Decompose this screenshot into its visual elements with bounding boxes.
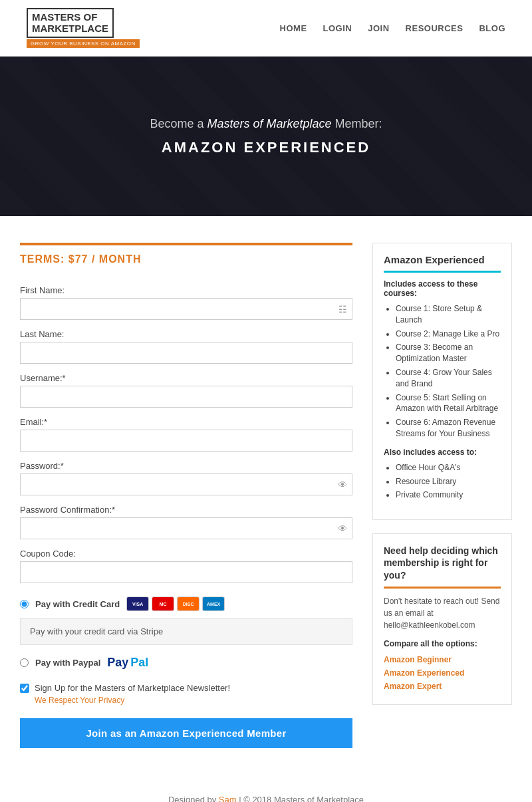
last-name-input[interactable] [20,342,352,364]
eye-confirm-icon: 👁 [338,523,347,534]
first-name-input[interactable] [20,298,352,320]
help-desc: Don't hesitate to reach out! Send us an … [384,595,501,631]
list-item: Amazon Experienced [384,667,501,678]
list-item: Resource Library [396,476,501,487]
also-subtitle: Also includes access to: [384,448,501,457]
hero-section: Become a Masters of Marketplace Member: … [0,57,532,216]
first-name-wrapper: ☷ [20,298,352,320]
nav-home[interactable]: HOME [280,23,307,33]
list-item: Amazon Expert [384,680,501,691]
visa-icon: VISA [126,597,149,611]
newsletter-check: Sign Up for the Masters of Marketplace N… [20,683,352,693]
nav-resources[interactable]: RESOURCES [406,23,464,33]
first-name-group: First Name: ☷ [20,285,352,320]
nav-blog[interactable]: BLOG [479,23,505,33]
amazon-beginner-link[interactable]: Amazon Beginner [384,655,452,664]
email-group: Email:* [20,417,352,452]
paypal-label: Pay with Paypal [35,658,100,668]
logo: MASTERS OF MARKETPLACE GROW YOUR BUSINES… [27,8,140,48]
coupon-group: Coupon Code: [20,549,352,583]
last-name-wrapper [20,342,352,364]
credit-card-radio[interactable] [20,600,29,608]
form-title: TERMS: $77 / MONTH [20,253,352,265]
card-icons: VISA MC DISC AMEX [126,597,225,611]
join-button[interactable]: Join as an Amazon Experienced Member [20,718,352,748]
last-name-group: Last Name: [20,329,352,364]
sidebar-card-title: Amazon Experienced [384,254,501,273]
username-label: Username:* [20,373,352,383]
credit-card-option: Pay with Credit Card VISA MC DISC AMEX [20,597,352,611]
credit-card-label: Pay with Credit Card [35,599,120,609]
list-item: Amazon Beginner [384,654,501,664]
password-group: Password:* 👁 [20,461,352,495]
nav-join[interactable]: JOIN [368,23,389,33]
header: MASTERS OF MARKETPLACE GROW YOUR BUSINES… [0,0,532,57]
mastercard-icon: MC [152,597,174,611]
compare-subtitle: Compare all the options: [384,639,501,648]
list-item: Course 2: Manage Like a Pro [396,329,501,340]
password-input[interactable] [20,473,352,495]
hero-subtitle: Become a Masters of Marketplace Member: [150,117,382,131]
username-input[interactable] [20,386,352,408]
password-confirm-wrapper: 👁 [20,517,352,539]
main-content: TERMS: $77 / MONTH First Name: ☷ Last Na… [7,243,525,748]
eye-icon: 👁 [338,479,347,490]
newsletter-section: Sign Up for the Masters of Marketplace N… [20,683,352,705]
stripe-box: Pay with your credit card via Stripe [20,618,352,645]
form-panel-header: TERMS: $77 / MONTH [20,243,352,272]
list-item: Course 1: Store Setup & Launch [396,303,501,326]
courses-list: Course 1: Store Setup & Launch Course 2:… [384,303,501,440]
amex-icon: AMEX [202,597,225,611]
sidebar: Amazon Experienced Includes access to th… [372,243,512,705]
help-title: Need help deciding which membership is r… [384,545,501,589]
username-group: Username:* [20,373,352,408]
coupon-label: Coupon Code: [20,549,352,559]
last-name-label: Last Name: [20,329,352,339]
list-item: Course 6: Amazon Revenue Streams for You… [396,417,501,440]
password-confirm-label: Password Confirmation:* [20,505,352,515]
nav-login[interactable]: LOGIN [323,23,352,33]
password-confirm-input[interactable] [20,517,352,539]
footer-copy: | © 2018 Masters of Marketplace [237,795,364,802]
hero-title: AMAZON EXPERIENCED [162,139,370,156]
first-name-label: First Name: [20,285,352,295]
password-confirm-group: Password Confirmation:* 👁 [20,505,352,539]
paypal-option: Pay with Paypal PayPal [20,656,352,670]
sidebar-card-experienced: Amazon Experienced Includes access to th… [372,243,512,520]
email-input[interactable] [20,430,352,452]
coupon-input[interactable] [20,561,352,583]
footer-text: Designed by [168,795,219,802]
discover-icon: DISC [177,597,200,611]
newsletter-label: Sign Up for the Masters of Marketplace N… [35,683,230,693]
also-list: Office Hour Q&A's Resource Library Priva… [384,462,501,501]
paypal-logo: PayPal [107,656,148,670]
privacy-link[interactable]: We Respect Your Privacy [35,696,352,705]
coupon-wrapper [20,561,352,583]
paypal-radio[interactable] [20,658,29,667]
list-item: Course 5: Start Selling on Amazon with R… [396,392,501,415]
list-item: Private Community [396,489,501,501]
logo-text: MASTERS OF MARKETPLACE [27,8,114,38]
form-panel: TERMS: $77 / MONTH First Name: ☷ Last Na… [20,243,352,748]
newsletter-checkbox[interactable] [20,684,29,693]
payment-section: Pay with Credit Card VISA MC DISC AMEX P… [20,597,352,670]
password-label: Password:* [20,461,352,471]
amazon-experienced-link[interactable]: Amazon Experienced [384,668,464,678]
person-icon: ☷ [338,304,347,315]
email-label: Email:* [20,417,352,427]
list-item: Course 4: Grow Your Sales and Brand [396,367,501,390]
sidebar-card-help: Need help deciding which membership is r… [372,533,512,705]
list-item: Course 3: Become an Optimization Master [396,342,501,364]
username-wrapper [20,386,352,408]
footer: Designed by Sam | © 2018 Masters of Mark… [0,775,532,802]
logo-tagline: GROW YOUR BUSINESS ON AMAZON [27,39,140,48]
courses-subtitle: Includes access to these courses: [384,279,501,298]
footer-author-link[interactable]: Sam [219,795,237,802]
email-wrapper [20,430,352,452]
list-item: Office Hour Q&A's [396,462,501,473]
compare-list: Amazon Beginner Amazon Experienced Amazo… [384,654,501,691]
main-nav: HOME LOGIN JOIN RESOURCES BLOG [280,23,505,33]
password-wrapper: 👁 [20,473,352,495]
amazon-expert-link[interactable]: Amazon Expert [384,682,442,691]
stripe-text: Pay with your credit card via Stripe [30,626,163,636]
